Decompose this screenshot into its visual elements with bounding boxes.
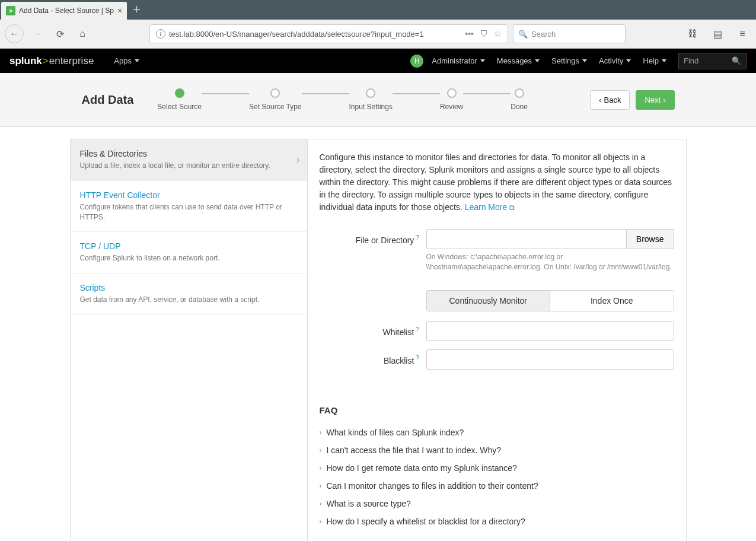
- tab-bar: > Add Data - Select Source | Sp × +: [0, 0, 756, 20]
- splunk-logo[interactable]: splunk>enterprise: [9, 55, 94, 67]
- library-icon[interactable]: ⛓: [684, 25, 701, 43]
- close-tab-icon[interactable]: ×: [117, 6, 122, 15]
- forward-button[interactable]: →: [28, 25, 46, 43]
- browser-search[interactable]: 🔍 Search: [513, 24, 626, 43]
- step-set-source-type: Set Source Type: [249, 88, 302, 111]
- sidebar-item-scripts[interactable]: Scripts Get data from any API, service, …: [71, 273, 307, 315]
- star-icon[interactable]: ☆: [494, 29, 502, 39]
- search-placeholder: Search: [531, 30, 556, 39]
- caret-down-icon: [582, 59, 587, 62]
- avatar[interactable]: H: [410, 55, 423, 68]
- faq-item[interactable]: ›Can I monitor changes to files in addit…: [320, 477, 674, 495]
- back-button[interactable]: ←: [5, 24, 24, 43]
- content: Files & Directories Upload a file, index…: [70, 139, 687, 541]
- find-input[interactable]: Find🔍: [678, 53, 747, 69]
- chevron-right-icon: ›: [320, 482, 322, 490]
- sidebar-icon[interactable]: ▤: [709, 25, 726, 43]
- file-or-directory-label: File or Directory?: [320, 229, 426, 245]
- external-link-icon: ⧉: [509, 202, 515, 213]
- next-button[interactable]: Next›: [636, 90, 674, 110]
- step-review: Review: [440, 88, 463, 111]
- file-path-hint: On Windows: c:\apache\apache.error.log o…: [426, 252, 674, 272]
- chevron-right-icon: ›: [320, 499, 322, 508]
- page-title: Add Data: [82, 93, 134, 107]
- reload-button[interactable]: ⟳: [51, 25, 69, 43]
- source-type-sidebar: Files & Directories Upload a file, index…: [71, 139, 308, 541]
- url-text: test.lab:8000/en-US/manager/search/addda…: [169, 30, 461, 39]
- site-info-icon[interactable]: i: [156, 29, 165, 39]
- browser-tab[interactable]: > Add Data - Select Source | Sp ×: [1, 2, 127, 20]
- blacklist-input[interactable]: [426, 349, 674, 370]
- new-tab-button[interactable]: +: [133, 2, 141, 17]
- faq-item[interactable]: ›What is a source type?: [320, 495, 674, 513]
- chevron-right-icon: ›: [320, 464, 322, 472]
- step-select-source: Select Source: [157, 88, 202, 111]
- browse-button[interactable]: Browse: [627, 229, 674, 249]
- faq-item[interactable]: ›How do I get remote data onto my Splunk…: [320, 459, 674, 477]
- caret-down-icon: [626, 59, 631, 62]
- help-menu[interactable]: Help: [637, 49, 672, 73]
- chevron-right-icon: ›: [320, 428, 322, 437]
- faq-item[interactable]: ›I can't access the file that I want to …: [320, 441, 674, 459]
- caret-down-icon: [480, 59, 485, 62]
- messages-menu[interactable]: Messages: [491, 49, 546, 73]
- blacklist-label: Blacklist?: [320, 349, 426, 365]
- browser-chrome: > Add Data - Select Source | Sp × + ← → …: [0, 0, 756, 49]
- faq-section: FAQ ›What kinds of files can Splunk inde…: [320, 405, 674, 530]
- chevron-right-icon: ›: [320, 446, 322, 454]
- browser-toolbar: ← → ⟳ ⌂ i test.lab:8000/en-US/manager/se…: [0, 20, 756, 49]
- whitelist-input[interactable]: [426, 321, 674, 341]
- apps-menu[interactable]: Apps: [108, 49, 145, 73]
- settings-menu[interactable]: Settings: [546, 49, 593, 73]
- faq-item[interactable]: ›What kinds of files can Splunk index?: [320, 424, 674, 441]
- pocket-icon[interactable]: ⛉: [480, 29, 488, 39]
- activity-menu[interactable]: Activity: [593, 49, 637, 73]
- caret-down-icon: [135, 59, 139, 62]
- main-panel: Configure this instance to monitor files…: [308, 139, 686, 541]
- continuously-monitor-button[interactable]: Continuously Monitor: [427, 291, 550, 311]
- faq-heading: FAQ: [320, 405, 674, 415]
- step-input-settings: Input Settings: [349, 88, 393, 111]
- description-text: Configure this instance to monitor files…: [320, 151, 674, 214]
- menu-icon[interactable]: ≡: [733, 25, 751, 43]
- step-done: Done: [511, 88, 528, 111]
- wizard-header: Add Data Select Source Set Source Type I…: [0, 73, 756, 127]
- chevron-right-icon: ›: [296, 154, 300, 166]
- administrator-menu[interactable]: Administrator: [426, 49, 491, 73]
- search-icon: 🔍: [732, 56, 741, 65]
- chevron-right-icon: ›: [663, 96, 665, 104]
- sidebar-item-tcp-udp[interactable]: TCP / UDP Configure Splunk to listen on …: [71, 232, 307, 273]
- sidebar-item-http-event-collector[interactable]: HTTP Event Collector Configure tokens th…: [71, 181, 307, 233]
- caret-down-icon: [535, 59, 540, 62]
- help-icon[interactable]: ?: [415, 234, 419, 241]
- tab-title: Add Data - Select Source | Sp: [19, 7, 114, 15]
- back-button[interactable]: ‹Back: [590, 90, 630, 110]
- wizard-stepper: Select Source Set Source Type Input Sett…: [157, 88, 590, 111]
- caret-down-icon: [662, 59, 666, 62]
- file-or-directory-input[interactable]: [426, 229, 627, 249]
- home-button[interactable]: ⌂: [74, 25, 91, 43]
- learn-more-link[interactable]: Learn More ⧉: [465, 202, 515, 212]
- chevron-right-icon: ›: [320, 517, 322, 526]
- help-icon[interactable]: ?: [415, 354, 419, 361]
- index-once-button[interactable]: Index Once: [550, 291, 674, 311]
- splunk-top-nav: splunk>enterprise Apps H Administrator M…: [0, 49, 756, 73]
- chevron-left-icon: ‹: [599, 96, 601, 104]
- help-icon[interactable]: ?: [415, 326, 419, 333]
- ellipsis-icon[interactable]: •••: [465, 29, 474, 39]
- url-bar[interactable]: i test.lab:8000/en-US/manager/search/add…: [149, 24, 508, 43]
- faq-item[interactable]: ›How do I specify a whitelist or blackli…: [320, 513, 674, 530]
- search-icon: 🔍: [518, 30, 528, 39]
- monitor-mode-toggle: Continuously Monitor Index Once: [426, 290, 674, 311]
- whitelist-label: Whitelist?: [320, 321, 426, 337]
- sidebar-item-files-directories[interactable]: Files & Directories Upload a file, index…: [71, 139, 307, 181]
- favicon-icon: >: [6, 6, 15, 15]
